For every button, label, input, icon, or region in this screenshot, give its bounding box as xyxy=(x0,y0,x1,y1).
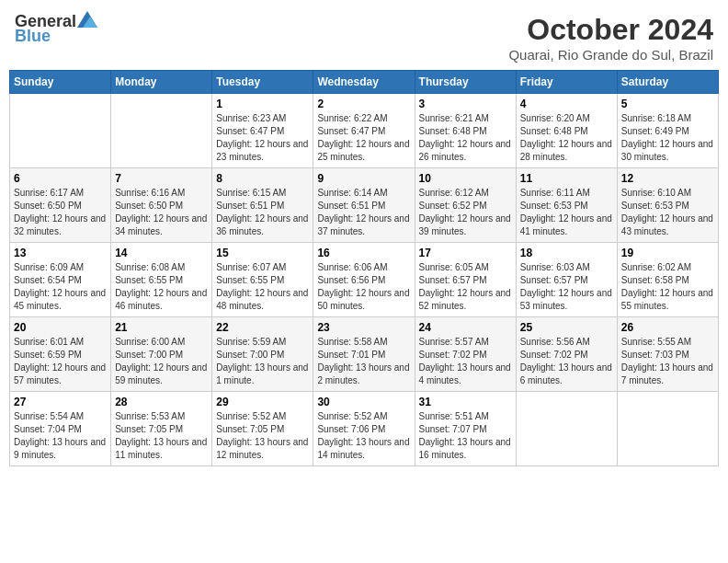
calendar-week-2: 6Sunrise: 6:17 AMSunset: 6:50 PMDaylight… xyxy=(10,168,719,243)
cell-info: Sunrise: 6:18 AM xyxy=(621,112,714,125)
day-number: 5 xyxy=(621,98,714,110)
cell-info: Sunrise: 5:52 AM xyxy=(216,410,309,423)
calendar-cell xyxy=(617,392,718,466)
header-tuesday: Tuesday xyxy=(212,71,313,94)
cell-info: Sunrise: 6:03 AM xyxy=(520,261,613,274)
cell-info: Sunset: 6:50 PM xyxy=(14,200,107,213)
day-number: 24 xyxy=(419,321,512,334)
cell-info: Daylight: 12 hours and 46 minutes. xyxy=(115,287,208,313)
cell-info: Daylight: 12 hours and 28 minutes. xyxy=(520,138,613,164)
day-number: 29 xyxy=(216,396,309,408)
cell-info: Daylight: 12 hours and 43 minutes. xyxy=(621,213,714,238)
calendar-cell: 1Sunrise: 6:23 AMSunset: 6:47 PMDaylight… xyxy=(212,94,313,168)
calendar-cell: 11Sunrise: 6:11 AMSunset: 6:53 PMDayligh… xyxy=(516,168,617,243)
calendar-cell: 16Sunrise: 6:06 AMSunset: 6:56 PMDayligh… xyxy=(313,243,415,317)
cell-info: Daylight: 12 hours and 52 minutes. xyxy=(419,287,512,313)
cell-info: Sunrise: 5:51 AM xyxy=(419,410,512,423)
cell-info: Sunset: 7:00 PM xyxy=(216,349,309,362)
cell-info: Sunset: 7:07 PM xyxy=(419,423,512,436)
cell-info: Sunset: 6:55 PM xyxy=(115,274,208,287)
calendar-cell: 7Sunrise: 6:16 AMSunset: 6:50 PMDaylight… xyxy=(111,168,212,243)
cell-info: Daylight: 12 hours and 55 minutes. xyxy=(621,287,714,313)
logo: General Blue xyxy=(15,13,97,46)
cell-info: Daylight: 12 hours and 32 minutes. xyxy=(14,213,107,238)
calendar-cell: 17Sunrise: 6:05 AMSunset: 6:57 PMDayligh… xyxy=(415,243,516,317)
cell-info: Sunset: 7:05 PM xyxy=(216,423,309,436)
cell-info: Daylight: 12 hours and 39 minutes. xyxy=(419,213,512,238)
day-number: 4 xyxy=(520,98,613,110)
logo-icon xyxy=(77,11,97,28)
cell-info: Daylight: 13 hours and 7 minutes. xyxy=(621,362,714,387)
cell-info: Daylight: 13 hours and 11 minutes. xyxy=(115,436,208,462)
cell-info: Daylight: 12 hours and 36 minutes. xyxy=(216,213,309,238)
cell-info: Sunrise: 5:59 AM xyxy=(216,336,309,349)
cell-info: Daylight: 12 hours and 41 minutes. xyxy=(520,213,613,238)
cell-info: Daylight: 12 hours and 53 minutes. xyxy=(520,287,613,313)
cell-info: Sunset: 6:52 PM xyxy=(419,200,512,213)
day-number: 22 xyxy=(216,321,309,334)
calendar-cell: 2Sunrise: 6:22 AMSunset: 6:47 PMDaylight… xyxy=(313,94,415,168)
header-wednesday: Wednesday xyxy=(313,71,415,94)
calendar-cell: 4Sunrise: 6:20 AMSunset: 6:48 PMDaylight… xyxy=(516,94,617,168)
day-number: 13 xyxy=(14,247,107,259)
cell-info: Daylight: 13 hours and 4 minutes. xyxy=(419,362,512,387)
calendar-header-row: SundayMondayTuesdayWednesdayThursdayFrid… xyxy=(10,71,719,94)
cell-info: Sunset: 6:51 PM xyxy=(317,200,410,213)
cell-info: Sunset: 6:53 PM xyxy=(621,200,714,213)
cell-info: Sunrise: 6:23 AM xyxy=(216,112,309,125)
cell-info: Sunset: 6:53 PM xyxy=(520,200,613,213)
cell-info: Sunset: 6:49 PM xyxy=(621,125,714,138)
cell-info: Sunrise: 5:52 AM xyxy=(317,410,410,423)
calendar-cell: 25Sunrise: 5:56 AMSunset: 7:02 PMDayligh… xyxy=(516,317,617,392)
cell-info: Sunrise: 6:08 AM xyxy=(115,261,208,274)
cell-info: Daylight: 12 hours and 34 minutes. xyxy=(115,213,208,238)
day-number: 19 xyxy=(621,247,714,259)
header-friday: Friday xyxy=(516,71,617,94)
calendar-cell: 21Sunrise: 6:00 AMSunset: 7:00 PMDayligh… xyxy=(111,317,212,392)
cell-info: Daylight: 12 hours and 50 minutes. xyxy=(317,287,410,313)
calendar-cell: 31Sunrise: 5:51 AMSunset: 7:07 PMDayligh… xyxy=(415,392,516,466)
cell-info: Daylight: 13 hours and 16 minutes. xyxy=(419,436,512,462)
cell-info: Sunrise: 6:14 AM xyxy=(317,187,410,200)
calendar-cell: 8Sunrise: 6:15 AMSunset: 6:51 PMDaylight… xyxy=(212,168,313,243)
calendar-cell: 30Sunrise: 5:52 AMSunset: 7:06 PMDayligh… xyxy=(313,392,415,466)
header-saturday: Saturday xyxy=(617,71,718,94)
cell-info: Sunrise: 6:01 AM xyxy=(14,336,107,349)
day-number: 20 xyxy=(14,321,107,334)
calendar-cell xyxy=(111,94,212,168)
cell-info: Daylight: 13 hours and 9 minutes. xyxy=(14,436,107,462)
cell-info: Sunrise: 6:22 AM xyxy=(317,112,410,125)
cell-info: Sunrise: 6:06 AM xyxy=(317,261,410,274)
day-number: 7 xyxy=(115,172,208,185)
calendar-cell: 12Sunrise: 6:10 AMSunset: 6:53 PMDayligh… xyxy=(617,168,718,243)
day-number: 28 xyxy=(115,396,208,408)
day-number: 27 xyxy=(14,396,107,408)
logo-blue: Blue xyxy=(15,28,51,46)
day-number: 10 xyxy=(419,172,512,185)
calendar-cell: 13Sunrise: 6:09 AMSunset: 6:54 PMDayligh… xyxy=(10,243,111,317)
cell-info: Sunset: 7:01 PM xyxy=(317,349,410,362)
cell-info: Sunset: 7:02 PM xyxy=(520,349,613,362)
cell-info: Sunset: 7:04 PM xyxy=(14,423,107,436)
calendar-cell: 10Sunrise: 6:12 AMSunset: 6:52 PMDayligh… xyxy=(415,168,516,243)
calendar-cell: 5Sunrise: 6:18 AMSunset: 6:49 PMDaylight… xyxy=(617,94,718,168)
cell-info: Sunrise: 5:58 AM xyxy=(317,336,410,349)
day-number: 16 xyxy=(317,247,410,259)
day-number: 12 xyxy=(621,172,714,185)
cell-info: Sunset: 7:00 PM xyxy=(115,349,208,362)
cell-info: Sunset: 6:47 PM xyxy=(216,125,309,138)
cell-info: Sunrise: 5:54 AM xyxy=(14,410,107,423)
cell-info: Sunset: 7:06 PM xyxy=(317,423,410,436)
day-number: 11 xyxy=(520,172,613,185)
cell-info: Sunset: 6:57 PM xyxy=(520,274,613,287)
cell-info: Sunrise: 6:20 AM xyxy=(520,112,613,125)
calendar-cell: 24Sunrise: 5:57 AMSunset: 7:02 PMDayligh… xyxy=(415,317,516,392)
day-number: 9 xyxy=(317,172,410,185)
location: Quarai, Rio Grande do Sul, Brazil xyxy=(508,47,713,63)
calendar-cell xyxy=(516,392,617,466)
cell-info: Sunset: 6:58 PM xyxy=(621,274,714,287)
cell-info: Sunset: 7:03 PM xyxy=(621,349,714,362)
cell-info: Sunset: 6:48 PM xyxy=(419,125,512,138)
month-title: October 2024 xyxy=(508,13,713,47)
calendar-cell: 19Sunrise: 6:02 AMSunset: 6:58 PMDayligh… xyxy=(617,243,718,317)
